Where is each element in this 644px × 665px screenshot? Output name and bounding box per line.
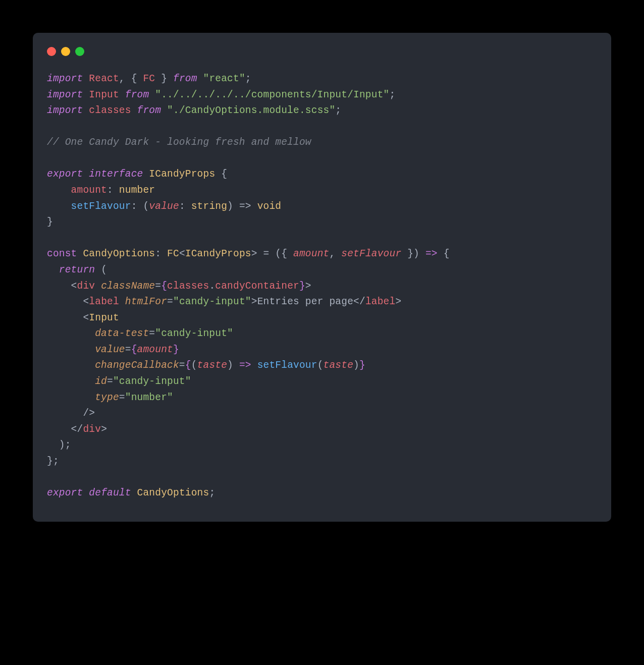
function-call: setFlavour: [257, 360, 317, 371]
param: setFlavour: [341, 248, 401, 259]
type: void: [257, 201, 282, 212]
arrow: =>: [239, 360, 251, 371]
code-block: import React, { FC } from "react"; impor…: [47, 71, 597, 502]
jsx-attr: value: [95, 344, 125, 355]
string-literal: "react": [203, 73, 245, 84]
close-icon[interactable]: [47, 47, 56, 56]
type: string: [191, 201, 227, 212]
string-literal: "./CandyOptions.module.scss": [167, 105, 335, 116]
keyword-export: export: [47, 169, 83, 180]
type-name: ICandyProps: [149, 169, 215, 180]
keyword-const: const: [47, 248, 77, 259]
keyword-from: from: [173, 73, 197, 84]
jsx-tag: div: [83, 424, 101, 435]
identifier: classes: [167, 281, 209, 292]
string-literal: "candy-input": [113, 376, 191, 387]
string-literal: "candy-input": [173, 296, 251, 307]
keyword-from: from: [137, 105, 162, 116]
identifier: taste: [324, 360, 354, 371]
property: candyContainer: [215, 281, 299, 292]
keyword-export: export: [47, 487, 83, 498]
jsx-attr: type: [95, 392, 119, 403]
jsx-tag: div: [77, 281, 95, 292]
keyword-import: import: [47, 73, 83, 84]
editor-window: import React, { FC } from "react"; impor…: [33, 33, 611, 522]
jsx-text: Entries per page: [257, 296, 353, 307]
jsx-attr: data-test: [95, 328, 149, 339]
param: value: [149, 201, 179, 212]
generic: ICandyProps: [185, 248, 251, 259]
comment: // One Candy Dark - looking fresh and me…: [47, 137, 311, 148]
keyword-default: default: [89, 487, 131, 498]
identifier: Input: [89, 89, 119, 100]
keyword-return: return: [59, 264, 95, 275]
arrow: =>: [425, 248, 438, 259]
jsx-tag: label: [89, 296, 119, 307]
string-literal: "candy-input": [155, 328, 233, 339]
jsx-component: Input: [89, 312, 119, 323]
maximize-icon[interactable]: [75, 47, 84, 56]
identifier: amount: [137, 344, 173, 355]
keyword-import: import: [47, 89, 83, 100]
keyword-interface: interface: [89, 169, 143, 180]
window-controls: [47, 47, 597, 56]
minimize-icon[interactable]: [61, 47, 70, 56]
identifier: CandyOptions: [137, 487, 209, 498]
keyword-from: from: [125, 89, 149, 100]
string-literal: "number": [125, 392, 173, 403]
method: setFlavour: [71, 201, 131, 212]
param: taste: [197, 360, 228, 371]
param: amount: [293, 248, 329, 259]
identifier: classes: [89, 105, 131, 116]
jsx-attr: className: [101, 281, 155, 292]
const-name: CandyOptions: [83, 248, 155, 259]
type: FC: [167, 248, 179, 259]
jsx-attr: htmlFor: [125, 296, 167, 307]
identifier: FC: [143, 73, 155, 84]
jsx-tag: label: [365, 296, 396, 307]
jsx-attr: changeCallback: [95, 360, 179, 371]
jsx-attr: id: [95, 376, 107, 387]
keyword-import: import: [47, 105, 83, 116]
type: number: [119, 185, 155, 196]
identifier: React: [89, 73, 119, 84]
property: amount: [71, 185, 107, 196]
string-literal: "../../../../../components/Input/Input": [155, 89, 389, 100]
